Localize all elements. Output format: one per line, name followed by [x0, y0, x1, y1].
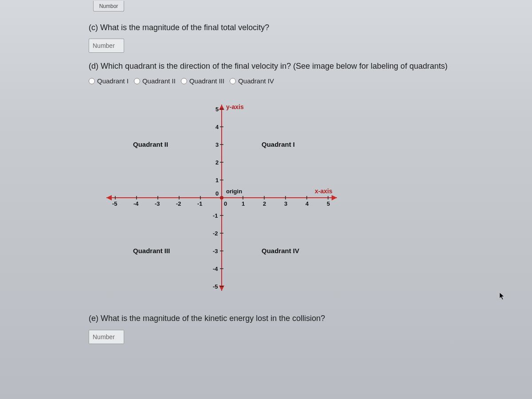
question-d-text: (d) Which quadrant is the direction of t… [89, 61, 514, 72]
y-tick--1: -1 [213, 212, 218, 219]
y-tick-5: 5 [215, 106, 219, 113]
x-axis-label: x-axis [315, 188, 332, 195]
quadrant-4-label: Quadrant IV [262, 247, 299, 254]
radio-quadrant-3[interactable]: Quadrant III [181, 77, 224, 85]
question-c-text: (c) What is the magnitude of the final t… [89, 22, 514, 33]
quadrant-radio-group: Quadrant I Quadrant II Quadrant III Quad… [89, 77, 514, 85]
x-tick-3: 3 [284, 200, 287, 207]
radio-input-3[interactable] [181, 78, 187, 84]
question-c-input[interactable] [89, 39, 124, 53]
question-e-text: (e) What is the magnitude of the kinetic… [89, 313, 514, 324]
radio-input-1[interactable] [89, 78, 95, 84]
question-e-input[interactable] [89, 330, 124, 344]
radio-input-2[interactable] [134, 78, 140, 84]
x-tick-0: 0 [224, 200, 227, 207]
radio-quadrant-4[interactable]: Quadrant IV [230, 77, 274, 85]
radio-label-4: Quadrant IV [238, 77, 274, 85]
y-tick--3: -3 [213, 248, 218, 254]
x-tick-1: 1 [242, 200, 245, 207]
x-tick--1: -1 [197, 200, 203, 207]
x-tick--2: -2 [176, 200, 181, 207]
radio-label-2: Quadrant II [142, 77, 176, 85]
cursor-icon [499, 292, 505, 301]
clipped-input-top: Numbor [93, 1, 124, 12]
x-tick-5: 5 [327, 200, 330, 207]
radio-label-3: Quadrant III [189, 77, 224, 85]
y-axis-label: y-axis [226, 103, 244, 110]
x-tick--3: -3 [155, 200, 160, 207]
svg-marker-2 [106, 195, 112, 200]
x-tick--4: -4 [133, 200, 139, 207]
y-tick--4: -4 [213, 266, 218, 272]
y-tick-1: 1 [215, 177, 219, 184]
quadrant-1-label: Quadrant I [262, 141, 295, 148]
quadrant-chart: -5 -4 -3 -2 -1 0 1 2 3 4 5 5 4 3 2 1 0 -… [98, 96, 346, 300]
x-tick-4: 4 [305, 200, 309, 207]
x-tick--5: -5 [112, 200, 117, 207]
x-tick-2: 2 [263, 200, 266, 207]
y-tick-4: 4 [215, 124, 219, 130]
y-tick--5: -5 [213, 283, 218, 290]
y-tick-0-pos: 0 [215, 190, 219, 197]
svg-marker-1 [332, 195, 337, 200]
origin-label: origin [226, 188, 242, 195]
quadrant-2-label: Quadrant II [133, 141, 168, 148]
y-tick-3: 3 [215, 141, 219, 148]
radio-input-4[interactable] [230, 78, 236, 84]
svg-point-6 [220, 196, 223, 200]
quadrant-3-label: Quadrant III [133, 247, 170, 254]
radio-quadrant-1[interactable]: Quadrant I [89, 77, 129, 85]
radio-quadrant-2[interactable]: Quadrant II [134, 77, 176, 85]
y-tick-2: 2 [215, 159, 219, 166]
radio-label-1: Quadrant I [97, 77, 129, 85]
y-tick--2: -2 [213, 230, 218, 237]
